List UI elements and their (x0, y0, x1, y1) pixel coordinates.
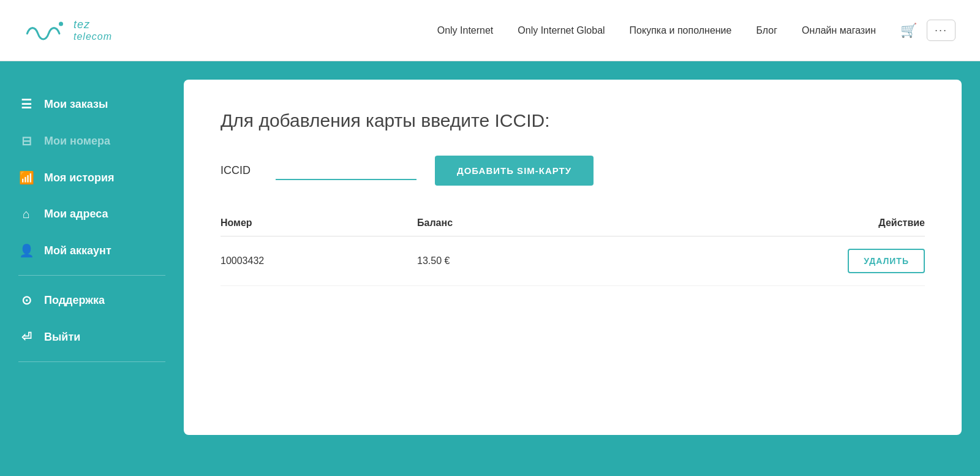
sidebar-item-support-label: Поддержка (44, 294, 105, 307)
logout-icon: ⏎ (18, 330, 34, 344)
table-header: Номер Баланс Действие (221, 210, 925, 236)
sim-table: Номер Баланс Действие 10003432 13.50 € У… (221, 210, 925, 286)
addresses-icon: ⌂ (18, 207, 34, 221)
sidebar-item-my-numbers-label: Мои номера (44, 135, 110, 148)
sidebar-item-my-account-label: Мой аккаунт (44, 244, 111, 257)
sidebar-item-my-numbers: ⊟ Мои номера (0, 123, 184, 159)
logo-text: tez telecom (74, 19, 112, 42)
delete-button[interactable]: УДАЛИТЬ (848, 249, 925, 273)
col-balance: Баланс (417, 210, 578, 236)
orders-icon: ☰ (18, 97, 34, 111)
sidebar-item-my-addresses-label: Мои адреса (44, 208, 108, 221)
header-icons: 🛒 ··· (900, 20, 956, 41)
svg-point-0 (59, 21, 63, 26)
sidebar-item-support[interactable]: ⊙ Поддержка (0, 282, 184, 319)
nav-only-internet-global[interactable]: Only Internet Global (518, 25, 605, 36)
row-number: 10003432 (221, 236, 417, 286)
main-content: Для добавления карты введите ICCID: ICCI… (184, 61, 980, 476)
sidebar-item-my-addresses[interactable]: ⌂ Мои адреса (0, 196, 184, 232)
nav-buy-top-up[interactable]: Покупка и пополнение (630, 25, 732, 36)
iccid-form: ICCID ДОБАВИТЬ SIM-КАРТУ (221, 156, 925, 186)
page-body: ☰ Мои заказы ⊟ Мои номера 📶 Моя история … (0, 61, 980, 476)
iccid-input[interactable] (276, 161, 417, 180)
table-body: 10003432 13.50 € УДАЛИТЬ (221, 236, 925, 286)
sidebar: ☰ Мои заказы ⊟ Мои номера 📶 Моя история … (0, 61, 184, 476)
sidebar-item-my-account[interactable]: 👤 Мой аккаунт (0, 232, 184, 269)
add-sim-button[interactable]: ДОБАВИТЬ SIM-КАРТУ (435, 156, 594, 186)
sidebar-item-logout[interactable]: ⏎ Выйти (0, 319, 184, 355)
nav-blog[interactable]: Блог (756, 25, 777, 36)
nav-only-internet[interactable]: Only Internet (437, 25, 494, 36)
content-card: Для добавления карты введите ICCID: ICCI… (184, 80, 962, 435)
cart-button[interactable]: 🛒 (900, 23, 917, 39)
sidebar-item-my-history[interactable]: 📶 Моя история (0, 159, 184, 196)
cart-icon: 🛒 (900, 23, 917, 38)
main-nav: Only Internet Only Internet Global Покуп… (437, 25, 876, 36)
col-action: Действие (578, 210, 925, 236)
history-icon: 📶 (18, 170, 34, 185)
sidebar-item-my-history-label: Моя история (44, 172, 114, 184)
col-number: Номер (221, 210, 417, 236)
more-icon: ··· (935, 24, 948, 36)
more-button[interactable]: ··· (927, 20, 956, 41)
sidebar-item-my-orders-label: Мои заказы (44, 98, 108, 111)
row-action: УДАЛИТЬ (578, 236, 925, 286)
card-title: Для добавления карты введите ICCID: (221, 110, 925, 131)
sidebar-divider-1 (18, 275, 165, 276)
nav-online-shop[interactable]: Онлайн магазин (802, 25, 876, 36)
header: tez telecom Only Internet Only Internet … (0, 0, 980, 61)
sidebar-item-logout-label: Выйти (44, 331, 80, 344)
logo-wave-icon (24, 18, 67, 43)
table-row: 10003432 13.50 € УДАЛИТЬ (221, 236, 925, 286)
sidebar-divider-2 (18, 361, 165, 362)
support-icon: ⊙ (18, 293, 34, 308)
numbers-icon: ⊟ (18, 134, 34, 148)
iccid-label: ICCID (221, 164, 257, 177)
account-icon: 👤 (18, 243, 34, 258)
logo[interactable]: tez telecom (24, 18, 112, 43)
logo-telecom: telecom (74, 31, 112, 42)
row-balance: 13.50 € (417, 236, 578, 286)
sidebar-item-my-orders[interactable]: ☰ Мои заказы (0, 86, 184, 123)
logo-tez: tez (74, 19, 112, 31)
